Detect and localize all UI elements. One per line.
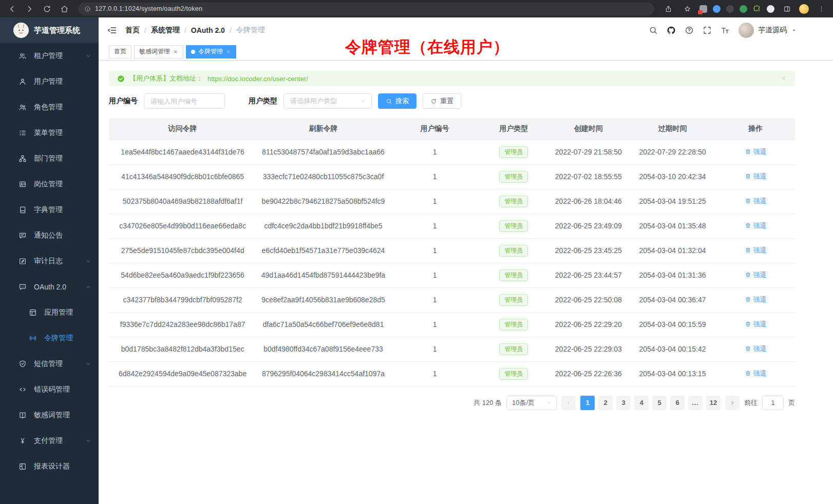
tab-close-icon[interactable]	[226, 49, 231, 54]
tab-home[interactable]: 首页	[109, 45, 131, 59]
reset-button[interactable]: 重置	[423, 93, 461, 109]
pagination-more[interactable]: ...	[688, 396, 703, 410]
sidebar-item-audit-log[interactable]: 审计日志	[0, 248, 99, 274]
force-logout-button[interactable]: 强退	[745, 172, 767, 181]
browser-home-icon[interactable]	[58, 2, 71, 15]
alert-doc-link[interactable]: https://doc.iocoder.cn/user-center/	[207, 75, 308, 83]
action-cell: 强退	[716, 287, 795, 312]
force-logout-button[interactable]: 强退	[745, 221, 767, 230]
extension-icon-green[interactable]	[740, 5, 747, 13]
user-type-select[interactable]: 请选择用户类型	[283, 93, 372, 109]
extension-icon-light[interactable]	[767, 5, 774, 13]
bookmark-star-icon[interactable]	[680, 2, 694, 15]
tab-sensitive-word[interactable]: 敏感词管理	[134, 45, 183, 59]
sidebar-item-error-code[interactable]: 错误码管理	[0, 377, 99, 402]
page-button-5[interactable]: 5	[652, 396, 667, 410]
dict-icon	[18, 206, 27, 214]
extension-icon-badged[interactable]	[699, 5, 707, 13]
breadcrumb-separator: /	[184, 26, 186, 34]
side-panel-icon[interactable]	[780, 2, 793, 15]
force-logout-button[interactable]: 强退	[745, 270, 767, 280]
user-id-input[interactable]	[144, 93, 225, 109]
user-type-cell: 管理员	[479, 361, 548, 386]
sidebar-item-sms[interactable]: 短信管理	[0, 351, 99, 377]
browser-forward-icon[interactable]	[23, 2, 36, 15]
address-bar[interactable]: 127.0.0.1:1024/system/oauth2/token	[78, 3, 654, 15]
sidebar-item-token-management[interactable]: 令牌管理	[0, 325, 99, 351]
column-header: 刷新令牌	[256, 118, 390, 140]
search-button[interactable]: 搜索	[378, 93, 416, 109]
sidebar-item-tenant[interactable]: 租户管理	[0, 43, 99, 69]
sidebar-item-dict[interactable]: 字典管理	[0, 197, 99, 223]
help-icon[interactable]	[685, 26, 694, 35]
extension-icon-puzzle[interactable]	[753, 5, 761, 13]
extension-icon-dark[interactable]	[726, 5, 734, 13]
sidebar-item-app-management[interactable]: 应用管理	[0, 300, 99, 325]
user-type-badge: 管理员	[499, 196, 528, 207]
user-type-badge: 管理员	[499, 368, 528, 380]
browser-reload-icon[interactable]	[40, 2, 53, 15]
page-button-4[interactable]: 4	[634, 396, 649, 410]
breadcrumb-item[interactable]: 首页	[125, 26, 140, 35]
sidebar-item-payment[interactable]: 支付管理	[0, 428, 99, 454]
browser-profile-avatar[interactable]	[799, 4, 809, 14]
sidebar-item-report-designer[interactable]: 报表设计器	[0, 454, 99, 479]
user-type-cell: 管理员	[479, 189, 548, 214]
force-logout-button[interactable]: 强退	[745, 147, 767, 157]
sidebar-item-dept[interactable]: 部门管理	[0, 146, 99, 171]
breadcrumb-item[interactable]: 系统管理	[151, 26, 180, 35]
page-button-12[interactable]: 12	[706, 396, 721, 410]
github-icon[interactable]	[667, 26, 676, 35]
page-button-6[interactable]: 6	[670, 396, 685, 410]
sidebar-item-label: 应用管理	[44, 308, 73, 317]
share-icon[interactable]	[661, 2, 675, 15]
sidebar-item-notice[interactable]: 通知公告	[0, 223, 99, 248]
page-button-3[interactable]: 3	[616, 396, 631, 410]
force-logout-label: 强退	[753, 197, 767, 206]
column-header: 创建时间	[548, 118, 629, 140]
browser-menu-icon[interactable]	[815, 2, 828, 15]
created-time-cell: 2022-06-25 22:26:36	[548, 361, 629, 386]
tab-token-management[interactable]: 令牌管理	[186, 45, 236, 59]
sidebar-item-sensitive-word[interactable]: 敏感词管理	[0, 402, 99, 428]
sidebar-item-user[interactable]: 用户管理	[0, 69, 99, 94]
trash-icon	[745, 247, 751, 254]
page-button-1[interactable]: 1	[580, 396, 595, 410]
force-logout-button[interactable]: 强退	[745, 320, 767, 329]
site-info-icon[interactable]	[84, 6, 91, 12]
tab-close-icon[interactable]	[173, 49, 178, 54]
next-page-button[interactable]	[725, 396, 740, 410]
sidebar-item-post[interactable]: 岗位管理	[0, 171, 99, 197]
search-icon[interactable]	[649, 26, 658, 35]
prev-page-button[interactable]	[561, 396, 576, 410]
page-button-2[interactable]: 2	[598, 396, 613, 410]
browser-right-controls	[661, 2, 828, 15]
force-logout-button[interactable]: 强退	[745, 344, 767, 354]
page-size-select[interactable]: 10条/页	[506, 396, 557, 410]
force-logout-label: 强退	[753, 246, 767, 255]
force-logout-button[interactable]: 强退	[745, 369, 767, 378]
created-time-cell: 2022-07-29 21:58:50	[548, 140, 629, 164]
browser-back-icon[interactable]	[5, 2, 18, 15]
force-logout-button[interactable]: 强退	[745, 246, 767, 255]
force-logout-button[interactable]: 强退	[745, 197, 767, 206]
user-menu[interactable]: 芋道源码	[739, 23, 797, 38]
user-type-badge: 管理员	[499, 171, 528, 183]
app-logo-bar[interactable]: 芋道管理系统	[0, 17, 99, 43]
force-logout-button[interactable]: 强退	[745, 295, 767, 304]
goto-page-input[interactable]	[762, 396, 784, 410]
sidebar-item-oauth2[interactable]: OAuth 2.0	[0, 274, 99, 300]
table-row: 1ea5e44f8bc1467aaede43144f31de76 811c530…	[109, 140, 795, 164]
font-size-icon[interactable]	[721, 26, 730, 35]
fullscreen-icon[interactable]	[703, 26, 712, 35]
alert-close-icon[interactable]	[781, 75, 787, 82]
user-type-cell: 管理员	[479, 164, 548, 189]
sidebar: 芋道管理系统 租户管理 用户管理 角色管理 菜单管理 部门管理 岗位管理 字典管…	[0, 17, 99, 504]
breadcrumb-item[interactable]: OAuth 2.0	[191, 26, 225, 34]
sidebar-fold-icon[interactable]	[107, 25, 117, 35]
sidebar-item-menu[interactable]: 菜单管理	[0, 120, 99, 146]
report-icon	[18, 462, 27, 471]
access-token-cell: 275e5de9151045fe87cbdc395e004f4d	[109, 238, 256, 263]
sidebar-item-role[interactable]: 角色管理	[0, 94, 99, 120]
extension-icon-blue[interactable]	[713, 5, 721, 13]
